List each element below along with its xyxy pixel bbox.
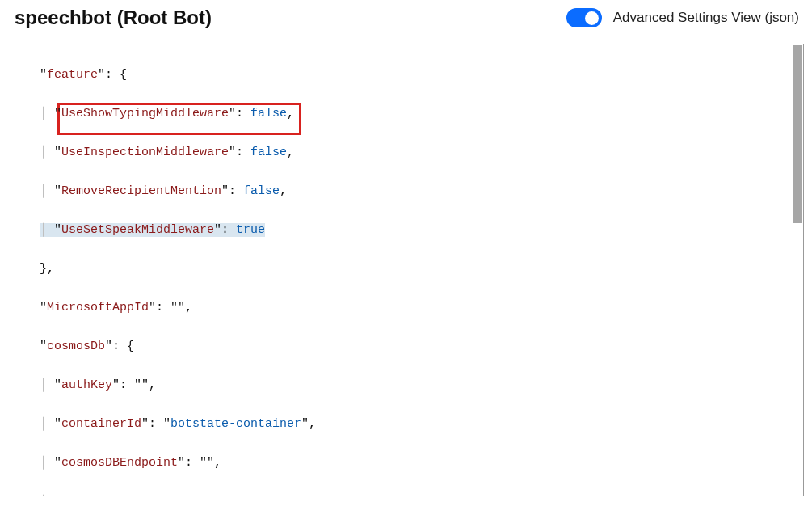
advanced-settings-toggle[interactable] — [566, 8, 602, 27]
toggle-knob-icon — [585, 11, 599, 25]
advanced-settings-toggle-area: Advanced Settings View (json) — [566, 8, 799, 27]
editor-content[interactable]: "feature": { │ "UseShowTypingMiddleware"… — [15, 44, 803, 496]
page-title: speechbot (Root Bot) — [15, 6, 212, 29]
page-header: speechbot (Root Bot) Advanced Settings V… — [0, 0, 812, 44]
advanced-settings-toggle-label: Advanced Settings View (json) — [613, 10, 799, 26]
json-editor[interactable]: "feature": { │ "UseShowTypingMiddleware"… — [15, 44, 804, 496]
